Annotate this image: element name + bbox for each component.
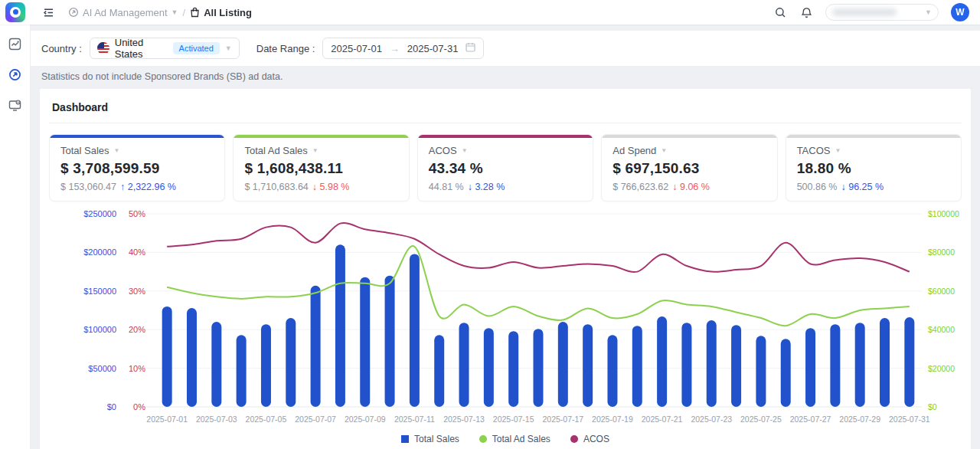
bar-2025-07-14[interactable]	[484, 328, 494, 407]
right-axis-tick: $100000	[928, 209, 959, 218]
chevron-down-icon[interactable]: ▼	[462, 147, 468, 154]
redacted-select-value	[832, 8, 897, 16]
card-prev-value: $ 153,060.47	[60, 182, 116, 192]
breadcrumb-separator: /	[183, 7, 186, 18]
bar-2025-07-27[interactable]	[805, 328, 815, 407]
dashboard-chart-icon	[8, 38, 21, 51]
x-axis-tick: 2025-07-29	[839, 415, 880, 424]
sidebar-item-listing-monitor[interactable]	[8, 98, 22, 112]
bar-2025-07-11[interactable]	[410, 254, 420, 407]
breadcrumb-page[interactable]: All Listing	[190, 7, 252, 18]
date-start-input[interactable]: 2025-07-01	[331, 43, 382, 54]
card-prev-value: $ 1,710,683.64	[244, 182, 308, 192]
percent-axis-tick: 10%	[129, 364, 145, 373]
card-ad-spend[interactable]: Ad Spend▼ $ 697,150.63 $ 766,623.62↓ 9.0…	[601, 134, 777, 202]
bag-icon	[190, 7, 200, 18]
country-label: Country :	[41, 43, 82, 54]
avatar[interactable]: W	[951, 3, 969, 21]
notification-bell-icon[interactable]	[799, 5, 813, 19]
right-axis-tick: $40000	[928, 325, 955, 334]
left-axis-tick: $150000	[83, 287, 116, 296]
card-total-sales[interactable]: Total Sales▼ $ 3,708,599.59 $ 153,060.47…	[49, 134, 225, 202]
bar-2025-07-01[interactable]	[162, 306, 172, 407]
bar-2025-07-04[interactable]	[237, 335, 247, 407]
percent-axis-tick: 50%	[129, 209, 145, 218]
left-axis-tick: $0	[107, 402, 116, 411]
percent-axis-tick: 0%	[133, 402, 145, 411]
percent-axis-tick: 20%	[129, 325, 145, 334]
bar-2025-07-05[interactable]	[261, 324, 271, 407]
bar-2025-07-09[interactable]	[360, 277, 370, 407]
sidebar-collapse-icon[interactable]	[43, 7, 54, 18]
card-label: Total Sales	[60, 145, 109, 156]
bar-2025-07-15[interactable]	[508, 331, 518, 407]
legend-swatch-icon	[401, 435, 409, 443]
left-axis-tick: $250000	[83, 209, 116, 218]
bar-2025-07-23[interactable]	[707, 320, 717, 407]
date-range-picker[interactable]: 2025-07-01 → 2025-07-31	[322, 38, 484, 59]
bar-2025-07-12[interactable]	[434, 335, 444, 407]
bar-2025-07-25[interactable]	[756, 336, 766, 407]
country-select[interactable]: United States Activated ▼	[90, 38, 240, 59]
legend-item-acos[interactable]: ACOS	[570, 434, 609, 444]
card-total-ad-sales[interactable]: Total Ad Sales▼ $ 1,608,438.11 $ 1,710,6…	[233, 134, 409, 202]
bar-2025-07-24[interactable]	[731, 325, 741, 407]
ad-target-icon	[68, 7, 79, 18]
x-axis-tick: 2025-07-07	[295, 415, 336, 424]
card-prev-value: $ 766,623.62	[612, 182, 668, 192]
chevron-down-icon[interactable]: ▼	[312, 147, 318, 154]
bar-2025-07-16[interactable]	[534, 329, 544, 407]
bar-2025-07-20[interactable]	[632, 326, 642, 407]
bar-2025-07-29[interactable]	[855, 323, 865, 407]
bar-2025-07-19[interactable]	[607, 335, 617, 407]
bar-2025-07-21[interactable]	[657, 316, 667, 407]
date-end-input[interactable]: 2025-07-31	[407, 43, 459, 54]
monitor-gear-icon	[8, 99, 21, 112]
sidebar-item-ad-management[interactable]	[8, 67, 22, 81]
search-icon[interactable]	[773, 5, 787, 19]
bar-2025-07-13[interactable]	[459, 323, 469, 407]
chart-canvas[interactable]: $00%$0$5000010%$20000$10000020%$40000$15…	[49, 206, 962, 430]
workspace-select[interactable]: ▼	[825, 4, 939, 21]
right-axis-tick: $80000	[928, 247, 955, 257]
card-value: $ 3,708,599.59	[60, 160, 214, 177]
bar-2025-07-10[interactable]	[385, 276, 395, 407]
page-title: Dashboard	[49, 98, 962, 123]
breadcrumb-app[interactable]: AI Ad Management ▼	[68, 7, 178, 18]
bar-2025-07-26[interactable]	[781, 339, 791, 407]
x-axis-tick: 2025-07-21	[642, 415, 683, 424]
line-acos[interactable]	[167, 223, 910, 272]
bar-2025-07-18[interactable]	[583, 324, 593, 407]
chevron-down-icon[interactable]: ▼	[835, 147, 841, 154]
line-total-ad-sales[interactable]	[167, 246, 910, 326]
x-axis-tick: 2025-07-31	[889, 415, 930, 424]
bar-2025-07-30[interactable]	[880, 318, 890, 407]
bar-2025-07-28[interactable]	[830, 324, 840, 407]
bar-2025-07-06[interactable]	[286, 318, 296, 407]
x-axis-tick: 2025-07-25	[740, 415, 782, 424]
card-tacos[interactable]: TACOS▼ 18.80 % 500.86 %↓ 96.25 %	[786, 134, 962, 202]
card-acos[interactable]: ACOS▼ 43.34 % 44.81 %↓ 3.28 %	[417, 134, 593, 202]
sidebar-item-dashboard[interactable]	[8, 37, 22, 51]
app-logo[interactable]	[0, 0, 31, 25]
bar-2025-07-07[interactable]	[311, 286, 321, 407]
bar-2025-07-02[interactable]	[187, 308, 197, 407]
card-value: $ 1,608,438.11	[244, 160, 397, 177]
bar-2025-07-22[interactable]	[681, 323, 691, 407]
bar-2025-07-31[interactable]	[904, 317, 914, 407]
card-delta: ↓ 3.28 %	[468, 182, 505, 192]
chevron-down-icon[interactable]: ▼	[114, 147, 120, 154]
percent-axis-tick: 40%	[129, 247, 145, 257]
breadcrumb-app-label: AI Ad Management	[83, 7, 168, 18]
legend-item-total-sales[interactable]: Total Sales	[401, 434, 459, 444]
bar-2025-07-17[interactable]	[558, 322, 568, 407]
x-axis-tick: 2025-07-17	[542, 415, 583, 424]
bar-2025-07-03[interactable]	[211, 322, 221, 407]
legend-item-total-ad-sales[interactable]: Total Ad Sales	[479, 434, 550, 444]
chevron-down-icon: ▼	[925, 8, 932, 16]
card-label: Total Ad Sales	[244, 145, 307, 156]
card-delta: ↓ 96.25 %	[841, 182, 884, 192]
chevron-down-icon[interactable]: ▼	[661, 147, 667, 154]
card-delta: ↓ 9.06 %	[672, 182, 710, 192]
bar-2025-07-08[interactable]	[335, 244, 345, 407]
